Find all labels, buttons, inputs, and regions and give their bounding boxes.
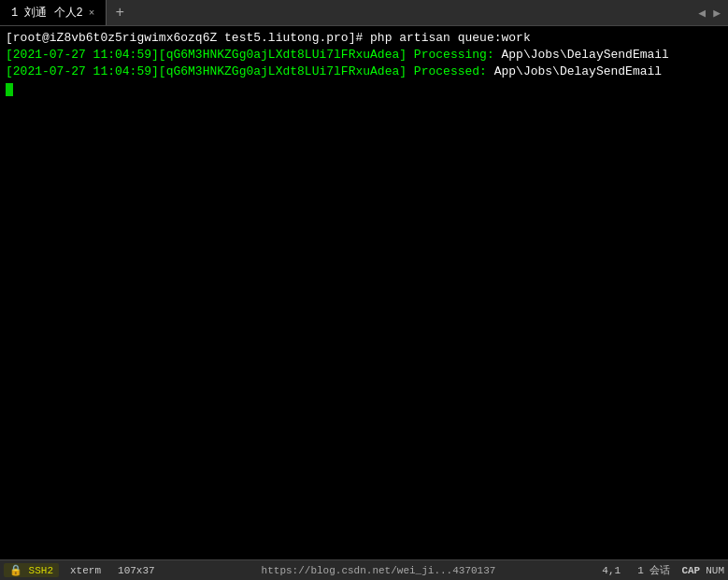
title-bar-controls: ◀ ▶ — [698, 6, 728, 21]
terminal-size: 107x37 — [112, 565, 161, 576]
active-tab[interactable]: 1 刘通 个人2 × — [0, 0, 107, 25]
url-display: https://blog.csdn.net/wei_ji...4370137 — [166, 565, 592, 576]
status-bar: 🔒 SSH2 xterm 107x37 https://blog.csdn.ne… — [0, 559, 728, 580]
new-tab-button[interactable]: + — [107, 0, 133, 25]
terminal-cursor — [6, 83, 13, 96]
cap-indicator: CAP — [681, 565, 700, 576]
ssh2-indicator: 🔒 SSH2 — [4, 563, 59, 577]
nav-left-button[interactable]: ◀ — [698, 6, 706, 21]
title-bar: 1 刘通 个人2 × + ◀ ▶ — [0, 0, 728, 26]
processed-line: [2021-07-27 11:04:59][qG6M3HNKZGg0ajLXdt… — [6, 64, 722, 80]
prompt-line: [root@iZ8vb6t0z5rigwimx6ozq6Z test5.liut… — [6, 30, 722, 47]
ssh2-icon: 🔒 — [9, 565, 22, 576]
tab-label: 1 刘通 个人2 — [11, 5, 83, 21]
xterm-label: xterm — [64, 565, 107, 576]
cursor-position: 4,1 — [596, 565, 626, 576]
nav-right-button[interactable]: ▶ — [713, 6, 721, 21]
terminal-area[interactable]: [root@iZ8vb6t0z5rigwimx6ozq6Z test5.liut… — [0, 26, 728, 559]
num-indicator: NUM — [706, 565, 724, 576]
cursor-line — [6, 81, 722, 98]
processing-line: [2021-07-27 11:04:59][qG6M3HNKZGg0ajLXdt… — [6, 47, 722, 64]
tab-container: 1 刘通 个人2 × + — [0, 0, 133, 25]
tab-close-button[interactable]: × — [89, 7, 95, 19]
session-count: 1 会话 — [632, 563, 676, 577]
